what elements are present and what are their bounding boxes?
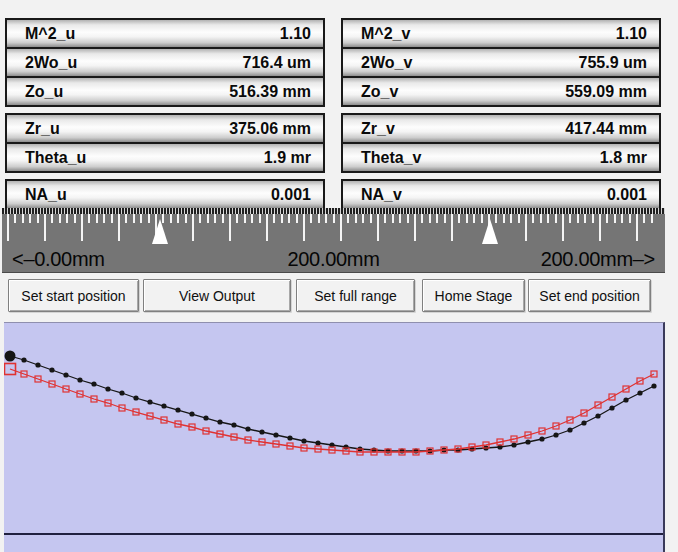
ruler-tick [81, 214, 83, 241]
ruler-tick [59, 214, 61, 223]
set-end-position-button[interactable]: Set end position [528, 279, 651, 312]
ruler-tick [88, 214, 90, 223]
stage-position-ruler: <–0.00mm 200.00mm 200.00mm–> [2, 208, 665, 273]
ruler-tick [118, 214, 120, 241]
data-point [623, 397, 628, 402]
readout-value: 1.9 mr [264, 149, 311, 167]
readout-label: M^2_u [25, 25, 75, 43]
data-point [539, 436, 544, 441]
ruler-tick [251, 214, 253, 223]
readout-value: 0.001 [271, 186, 311, 204]
readout-label: M^2_v [361, 25, 410, 43]
ruler-tick [629, 214, 631, 223]
ruler-tick [643, 214, 645, 223]
ruler-tick [458, 214, 460, 223]
data-point [21, 357, 26, 362]
data-point [553, 432, 558, 437]
data-point [525, 439, 530, 444]
ruler-tick [325, 214, 327, 223]
view-output-button[interactable]: View Output [143, 279, 291, 312]
readout-label: Theta_u [25, 149, 86, 167]
data-point [637, 390, 642, 395]
ruler-tick [310, 214, 312, 223]
readout-row-2wo-v: 2Wo_v755.9 um [341, 47, 661, 78]
readout-value: 1.8 mr [600, 149, 647, 167]
data-point [189, 411, 194, 416]
readout-value: 716.4 um [243, 54, 311, 72]
ruler-tick [125, 214, 127, 223]
ruler-tick [103, 214, 105, 223]
ruler-tick [111, 214, 113, 223]
ruler-tick [370, 214, 372, 223]
ruler-tick [414, 214, 416, 241]
home-stage-button[interactable]: Home Stage [422, 279, 525, 312]
readout-label: Zr_u [25, 120, 60, 138]
ruler-tick [133, 214, 135, 223]
readout-group: Zr_u375.06 mmTheta_u1.9 mr [5, 113, 325, 173]
readout-value: 417.44 mm [565, 120, 647, 138]
ruler-tick [244, 214, 246, 223]
readout-label: NA_v [361, 186, 402, 204]
data-point [217, 419, 222, 424]
readout-value: 516.39 mm [229, 83, 311, 101]
ruler-tick [303, 214, 305, 241]
ruler-tick [236, 214, 238, 223]
ruler-label-start: <–0.00mm [12, 248, 105, 271]
readout-value: 1.10 [280, 25, 311, 43]
ruler-tick [584, 214, 586, 223]
readout-value: 375.06 mm [229, 120, 311, 138]
ruler-tick [7, 214, 9, 241]
ruler-tick [96, 214, 98, 223]
data-point [511, 442, 516, 447]
readout-label: 2Wo_u [25, 54, 77, 72]
set-full-range-button[interactable]: Set full range [296, 279, 415, 312]
ruler-tick [22, 214, 24, 223]
series-start-marker [5, 351, 16, 362]
ruler-tick [451, 214, 453, 241]
ruler-tick [44, 214, 46, 241]
ruler-tick [281, 214, 283, 223]
readout-row-zo-u: Zo_u516.39 mm [5, 76, 325, 107]
data-point [315, 440, 320, 445]
ruler-tick [192, 214, 194, 241]
readout-label: Zo_u [25, 83, 63, 101]
beam-caustic-plot [4, 323, 663, 552]
ruler-tick [170, 214, 172, 223]
data-point [245, 426, 250, 431]
ruler-tick [199, 214, 201, 223]
data-point [273, 432, 278, 437]
ruler-tick [466, 214, 468, 223]
ruler-tick [503, 214, 505, 223]
data-point [35, 362, 40, 367]
data-point [133, 395, 138, 400]
position-marker-triangle[interactable] [482, 219, 498, 244]
ruler-tick [569, 214, 571, 223]
ruler-tick [555, 214, 557, 223]
ruler-tick [606, 214, 608, 223]
readout-row-2wo-u: 2Wo_u716.4 um [5, 47, 325, 78]
readout-label: Zo_v [361, 83, 398, 101]
ruler-tick [288, 214, 290, 223]
data-point [287, 435, 292, 440]
readout-row-theta-u: Theta_u1.9 mr [5, 142, 325, 173]
ruler-tick [621, 214, 623, 223]
position-marker-triangle[interactable] [152, 219, 168, 244]
ruler-tick [636, 214, 638, 241]
ruler-tick [392, 214, 394, 223]
data-point [77, 377, 82, 382]
ruler-tick [362, 214, 364, 223]
data-point [161, 403, 166, 408]
param-panel-v: M^2_v1.102Wo_v755.9 umZo_v559.09 mmZr_v4… [341, 18, 661, 210]
ruler-tick [296, 214, 298, 223]
ruler-tick [259, 214, 261, 223]
data-point [581, 420, 586, 425]
readout-value: 0.001 [607, 186, 647, 204]
readout-value: 1.10 [616, 25, 647, 43]
data-point [301, 438, 306, 443]
series-beam-width-v [5, 364, 658, 456]
ruler-tick [407, 214, 409, 223]
data-point [91, 381, 96, 386]
set-start-position-button[interactable]: Set start position [8, 279, 139, 312]
ruler-tick [347, 214, 349, 223]
data-point [63, 372, 68, 377]
